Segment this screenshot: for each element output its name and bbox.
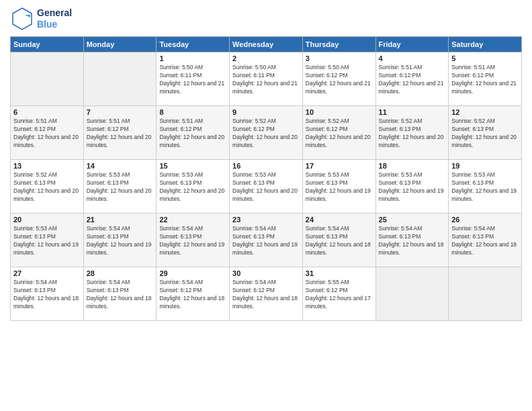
day-info: Sunrise: 5:51 AMSunset: 6:12 PMDaylight:… [13,118,81,150]
day-number: 2 [232,54,300,62]
day-number: 25 [379,216,446,224]
calendar-cell: 26Sunrise: 5:54 AMSunset: 6:13 PMDayligh… [449,214,522,267]
day-info: Sunrise: 5:53 AMSunset: 6:13 PMDaylight:… [379,171,446,203]
day-number: 21 [87,216,154,224]
calendar-cell: 22Sunrise: 5:54 AMSunset: 6:13 PMDayligh… [157,214,230,267]
day-info: Sunrise: 5:54 AMSunset: 6:13 PMDaylight:… [451,225,519,257]
calendar-cell: 29Sunrise: 5:54 AMSunset: 6:12 PMDayligh… [157,267,230,321]
calendar-cell: 8Sunrise: 5:51 AMSunset: 6:12 PMDaylight… [157,106,230,160]
day-number: 28 [87,269,154,277]
calendar-cell: 17Sunrise: 5:53 AMSunset: 6:13 PMDayligh… [302,160,375,214]
calendar-cell: 13Sunrise: 5:52 AMSunset: 6:13 PMDayligh… [11,160,84,214]
day-number: 16 [232,162,300,170]
calendar-week-2: 6Sunrise: 5:51 AMSunset: 6:12 PMDaylight… [11,106,522,160]
day-number: 18 [379,162,446,170]
calendar-cell: 10Sunrise: 5:52 AMSunset: 6:12 PMDayligh… [302,106,375,160]
day-number: 6 [13,108,81,116]
logo-svg [10,7,34,31]
calendar-cell: 24Sunrise: 5:54 AMSunset: 6:13 PMDayligh… [302,214,375,267]
calendar-cell: 27Sunrise: 5:54 AMSunset: 6:13 PMDayligh… [11,267,84,321]
day-number: 9 [232,108,300,116]
day-number: 22 [159,216,226,224]
day-info: Sunrise: 5:53 AMSunset: 6:13 PMDaylight:… [451,171,519,203]
day-info: Sunrise: 5:54 AMSunset: 6:13 PMDaylight:… [87,225,154,257]
calendar-cell: 21Sunrise: 5:54 AMSunset: 6:13 PMDayligh… [83,214,157,267]
weekday-header-row: SundayMondayTuesdayWednesdayThursdayFrid… [11,37,522,52]
calendar-cell: 5Sunrise: 5:51 AMSunset: 6:12 PMDaylight… [449,52,522,106]
day-number: 8 [159,108,226,116]
calendar-cell [375,267,449,321]
day-info: Sunrise: 5:54 AMSunset: 6:13 PMDaylight:… [306,225,373,257]
weekday-header-tuesday: Tuesday [157,37,230,52]
calendar-cell: 14Sunrise: 5:53 AMSunset: 6:13 PMDayligh… [83,160,157,214]
calendar-cell: 31Sunrise: 5:55 AMSunset: 6:12 PMDayligh… [302,267,375,321]
calendar-cell [449,267,522,321]
day-number: 3 [306,54,373,62]
day-number: 19 [451,162,519,170]
day-info: Sunrise: 5:52 AMSunset: 6:13 PMDaylight:… [379,118,446,150]
day-number: 20 [13,216,81,224]
day-number: 12 [451,108,519,116]
weekday-header-friday: Friday [375,37,449,52]
day-info: Sunrise: 5:54 AMSunset: 6:13 PMDaylight:… [379,225,446,257]
header: General Blue [10,7,522,31]
day-info: Sunrise: 5:51 AMSunset: 6:12 PMDaylight:… [451,64,519,96]
calendar-cell: 9Sunrise: 5:52 AMSunset: 6:12 PMDaylight… [230,106,303,160]
logo: General Blue [10,7,72,31]
day-info: Sunrise: 5:50 AMSunset: 6:12 PMDaylight:… [306,64,373,96]
day-info: Sunrise: 5:51 AMSunset: 6:12 PMDaylight:… [87,118,154,150]
calendar-cell: 4Sunrise: 5:51 AMSunset: 6:12 PMDaylight… [375,52,449,106]
day-number: 15 [159,162,226,170]
day-info: Sunrise: 5:51 AMSunset: 6:12 PMDaylight:… [159,118,226,150]
calendar-cell: 25Sunrise: 5:54 AMSunset: 6:13 PMDayligh… [375,214,449,267]
calendar-week-1: 1Sunrise: 5:50 AMSunset: 6:11 PMDaylight… [11,52,522,106]
day-info: Sunrise: 5:51 AMSunset: 6:12 PMDaylight:… [379,64,446,96]
day-info: Sunrise: 5:50 AMSunset: 6:11 PMDaylight:… [232,64,300,96]
day-info: Sunrise: 5:52 AMSunset: 6:13 PMDaylight:… [13,171,81,203]
calendar-table: SundayMondayTuesdayWednesdayThursdayFrid… [10,36,522,321]
day-info: Sunrise: 5:54 AMSunset: 6:13 PMDaylight:… [87,279,154,311]
day-number: 23 [232,216,300,224]
day-info: Sunrise: 5:53 AMSunset: 6:13 PMDaylight:… [306,171,373,203]
calendar-week-5: 27Sunrise: 5:54 AMSunset: 6:13 PMDayligh… [11,267,522,321]
calendar-cell: 16Sunrise: 5:53 AMSunset: 6:13 PMDayligh… [230,160,303,214]
day-number: 17 [306,162,373,170]
day-number: 24 [306,216,373,224]
calendar-cell [83,52,157,106]
day-info: Sunrise: 5:54 AMSunset: 6:13 PMDaylight:… [13,279,81,311]
day-info: Sunrise: 5:52 AMSunset: 6:12 PMDaylight:… [306,118,373,150]
calendar-cell: 19Sunrise: 5:53 AMSunset: 6:13 PMDayligh… [449,160,522,214]
calendar-cell: 18Sunrise: 5:53 AMSunset: 6:13 PMDayligh… [375,160,449,214]
weekday-header-wednesday: Wednesday [230,37,303,52]
day-number: 29 [159,269,226,277]
calendar-cell: 11Sunrise: 5:52 AMSunset: 6:13 PMDayligh… [375,106,449,160]
day-number: 7 [87,108,154,116]
day-info: Sunrise: 5:52 AMSunset: 6:12 PMDaylight:… [232,118,300,150]
calendar-cell: 3Sunrise: 5:50 AMSunset: 6:12 PMDaylight… [302,52,375,106]
day-info: Sunrise: 5:50 AMSunset: 6:11 PMDaylight:… [159,64,226,96]
day-number: 27 [13,269,81,277]
day-number: 26 [451,216,519,224]
logo-blue: Blue [37,19,72,30]
day-number: 5 [451,54,519,62]
calendar-week-4: 20Sunrise: 5:53 AMSunset: 6:13 PMDayligh… [11,214,522,267]
calendar-cell: 6Sunrise: 5:51 AMSunset: 6:12 PMDaylight… [11,106,84,160]
day-info: Sunrise: 5:54 AMSunset: 6:12 PMDaylight:… [232,279,300,311]
weekday-header-monday: Monday [83,37,157,52]
day-number: 13 [13,162,81,170]
weekday-header-thursday: Thursday [302,37,375,52]
day-info: Sunrise: 5:53 AMSunset: 6:13 PMDaylight:… [87,171,154,203]
day-info: Sunrise: 5:53 AMSunset: 6:13 PMDaylight:… [159,171,226,203]
day-number: 11 [379,108,446,116]
weekday-header-sunday: Sunday [11,37,84,52]
day-info: Sunrise: 5:53 AMSunset: 6:13 PMDaylight:… [13,225,81,257]
day-info: Sunrise: 5:54 AMSunset: 6:13 PMDaylight:… [232,225,300,257]
page: General Blue SundayMondayTuesdayWednesda… [0,0,532,411]
day-number: 31 [306,269,373,277]
calendar-cell: 28Sunrise: 5:54 AMSunset: 6:13 PMDayligh… [83,267,157,321]
calendar-week-3: 13Sunrise: 5:52 AMSunset: 6:13 PMDayligh… [11,160,522,214]
day-number: 10 [306,108,373,116]
calendar-cell: 23Sunrise: 5:54 AMSunset: 6:13 PMDayligh… [230,214,303,267]
day-info: Sunrise: 5:52 AMSunset: 6:13 PMDaylight:… [451,118,519,150]
logo-general: General [37,7,72,19]
